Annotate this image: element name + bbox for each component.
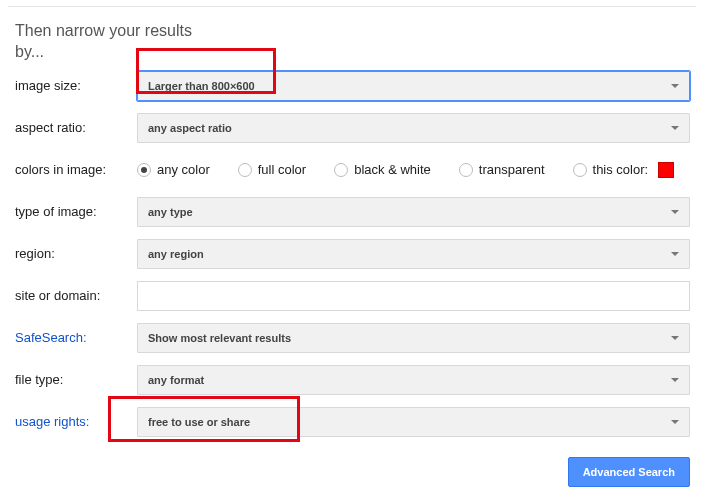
row-image-size: image size: Larger than 800×600: [15, 71, 704, 101]
select-aspect-ratio[interactable]: any aspect ratio: [137, 113, 690, 143]
input-site-domain[interactable]: [137, 281, 690, 311]
select-type[interactable]: any type: [137, 197, 690, 227]
select-region-value: any region: [148, 248, 204, 260]
radio-any-color-label: any color: [157, 162, 210, 177]
heading-line2: by...: [15, 43, 44, 60]
radio-transparent-label: transparent: [479, 162, 545, 177]
label-type: type of image:: [15, 204, 137, 219]
radio-any-color[interactable]: any color: [137, 162, 210, 177]
color-swatch[interactable]: [658, 162, 674, 178]
radio-icon: [137, 163, 151, 177]
advanced-search-button[interactable]: Advanced Search: [568, 457, 690, 487]
label-colors: colors in image:: [15, 162, 137, 177]
row-colors: colors in image: any color full color bl…: [15, 155, 704, 185]
chevron-down-icon: [671, 336, 679, 340]
narrow-form: image size: Larger than 800×600 aspect r…: [15, 71, 704, 437]
heading-line1: Then narrow your results: [15, 22, 192, 39]
select-region[interactable]: any region: [137, 239, 690, 269]
chevron-down-icon: [671, 378, 679, 382]
row-site: site or domain:: [15, 281, 704, 311]
button-row: Advanced Search: [0, 457, 690, 487]
chevron-down-icon: [671, 210, 679, 214]
divider: [8, 6, 696, 7]
chevron-down-icon: [671, 420, 679, 424]
chevron-down-icon: [671, 84, 679, 88]
radio-this-color[interactable]: this color:: [573, 162, 675, 178]
select-type-value: any type: [148, 206, 193, 218]
label-site: site or domain:: [15, 288, 137, 303]
radio-this-color-label: this color:: [593, 162, 649, 177]
select-image-size-value: Larger than 800×600: [148, 80, 255, 92]
radio-icon: [459, 163, 473, 177]
select-aspect-ratio-value: any aspect ratio: [148, 122, 232, 134]
label-safesearch[interactable]: SafeSearch:: [15, 330, 137, 345]
radio-full-color[interactable]: full color: [238, 162, 306, 177]
select-image-size[interactable]: Larger than 800×600: [137, 71, 690, 101]
row-usage-rights: usage rights: free to use or share: [15, 407, 704, 437]
select-filetype[interactable]: any format: [137, 365, 690, 395]
chevron-down-icon: [671, 126, 679, 130]
radio-bw-label: black & white: [354, 162, 431, 177]
select-safesearch-value: Show most relevant results: [148, 332, 291, 344]
select-usage-rights[interactable]: free to use or share: [137, 407, 690, 437]
label-usage-rights[interactable]: usage rights:: [15, 414, 137, 429]
radio-icon: [238, 163, 252, 177]
label-aspect-ratio: aspect ratio:: [15, 120, 137, 135]
radio-icon: [334, 163, 348, 177]
row-safesearch: SafeSearch: Show most relevant results: [15, 323, 704, 353]
radio-full-color-label: full color: [258, 162, 306, 177]
label-filetype: file type:: [15, 372, 137, 387]
section-heading: Then narrow your results by...: [15, 21, 704, 63]
radio-icon: [573, 163, 587, 177]
select-filetype-value: any format: [148, 374, 204, 386]
label-region: region:: [15, 246, 137, 261]
row-type: type of image: any type: [15, 197, 704, 227]
row-aspect-ratio: aspect ratio: any aspect ratio: [15, 113, 704, 143]
label-image-size: image size:: [15, 78, 137, 93]
chevron-down-icon: [671, 252, 679, 256]
select-safesearch[interactable]: Show most relevant results: [137, 323, 690, 353]
row-region: region: any region: [15, 239, 704, 269]
select-usage-rights-value: free to use or share: [148, 416, 250, 428]
row-filetype: file type: any format: [15, 365, 704, 395]
radio-transparent[interactable]: transparent: [459, 162, 545, 177]
radio-bw[interactable]: black & white: [334, 162, 431, 177]
color-radio-group: any color full color black & white trans…: [137, 162, 690, 178]
